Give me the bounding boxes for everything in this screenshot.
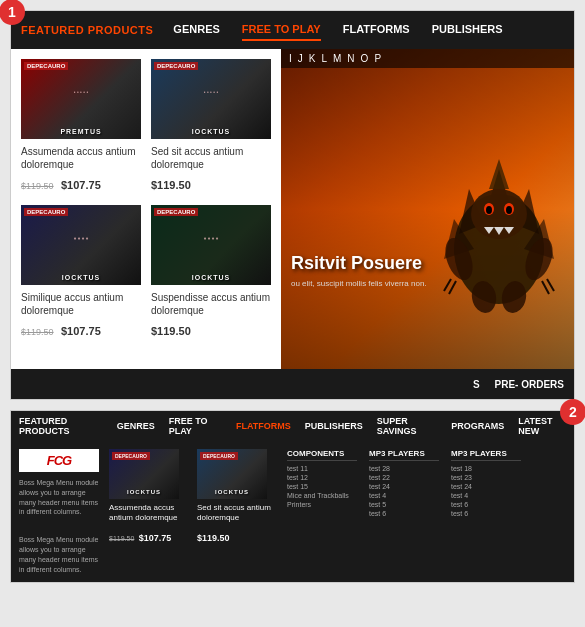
main-content: Depecauro PREMTUS • • • • • Assumenda ac… (11, 49, 574, 369)
product-img-1: Depecauro PREMTUS • • • • • (21, 59, 141, 139)
footer-product-2[interactable]: Depecauro IOCKTUS Sed sit accus antium d… (197, 449, 277, 574)
nav2-supersavings[interactable]: Super Savings (377, 416, 438, 436)
promo-title: Rsitvit Posuere (291, 253, 427, 274)
footer-price-old-1: $119.50 (109, 535, 134, 542)
svg-marker-6 (489, 159, 509, 189)
footer-price-new-2: $119.50 (197, 533, 230, 543)
alpha-m[interactable]: M (333, 53, 341, 64)
logo-box: FCG (19, 449, 99, 472)
product-card-4[interactable]: Depecauro IOCKTUS ♦ ♦ ♦ ♦ Suspendisse ac… (151, 205, 271, 339)
cover-sub-3: ♦ ♦ ♦ ♦ (21, 235, 141, 241)
link-item-m13[interactable]: test 4 (369, 492, 439, 499)
link-item-m10[interactable]: test 28 (369, 465, 439, 472)
promo-creature-art (429, 139, 569, 319)
product-name-3: Similique accus antium doloremque (21, 291, 141, 317)
link-col-title-mp3-1: MP3 Players (369, 449, 439, 461)
footer-prices-2: $119.50 (197, 527, 277, 545)
alpha-bar: I J K L M N O P (281, 49, 574, 68)
link-item-m14[interactable]: test 5 (369, 501, 439, 508)
nav-item-publishers[interactable]: Publishers (432, 19, 503, 41)
link-item-c4[interactable]: Printers (287, 501, 357, 508)
product-card-3[interactable]: Depecauro IOCKTUS ♦ ♦ ♦ ♦ Similique accu… (21, 205, 141, 339)
promo-desc: ou elit, suscipit mollis felis viverra n… (291, 278, 427, 289)
footer-prices-1: $119.50 $107.75 (109, 527, 189, 545)
nav2-featured[interactable]: Featured Products (19, 416, 103, 436)
product-card-1[interactable]: Depecauro PREMTUS • • • • • Assumenda ac… (21, 59, 141, 193)
price-old-1: $119.50 (21, 181, 54, 191)
img-overlay-2: Depecauro (154, 62, 198, 70)
price-new-2: $119.50 (151, 179, 191, 191)
link-col-components: Components test 11 test 12 test 15 Mice … (287, 449, 357, 574)
img-overlay-4: Depecauro (154, 208, 198, 216)
link-col-title-components: Components (287, 449, 357, 461)
link-item-m24[interactable]: test 6 (451, 501, 521, 508)
link-item-m15[interactable]: test 6 (369, 510, 439, 517)
img-overlay-3: Depecauro (24, 208, 68, 216)
alpha-l[interactable]: L (321, 53, 327, 64)
bottom-strip-s[interactable]: S (473, 379, 480, 390)
product-img-3: Depecauro IOCKTUS ♦ ♦ ♦ ♦ (21, 205, 141, 285)
nav2-publishers[interactable]: Publishers (305, 421, 363, 431)
price-old-3: $119.50 (21, 327, 54, 337)
nav2-freetoplay[interactable]: Free to Play (169, 416, 222, 436)
svg-line-18 (449, 281, 456, 294)
product-prices-2: $119.50 (151, 175, 271, 193)
link-item-m11[interactable]: test 22 (369, 474, 439, 481)
product-name-2: Sed sit accus antium doloremque (151, 145, 271, 171)
cover-title-4: IOCKTUS (151, 274, 271, 281)
svg-line-17 (444, 279, 451, 291)
nav-item-freetoplay[interactable]: Free to Play (242, 19, 321, 41)
img-overlay-1: Depecauro (24, 62, 68, 70)
screenshot-1: 1 Featured Products Genres Free to Play … (10, 10, 575, 400)
nav-item-flatforms[interactable]: Flatforms (343, 19, 410, 41)
badge-2: 2 (560, 399, 585, 425)
footer-product-1[interactable]: Depecauro IOCKTUS Assumenda accus antium… (109, 449, 189, 574)
product-prices-3: $119.50 $107.75 (21, 321, 141, 339)
footer-product-img-1: Depecauro IOCKTUS (109, 449, 179, 499)
footer-img-overlay-2: Depecauro (200, 452, 238, 460)
link-item-m21[interactable]: test 23 (451, 474, 521, 481)
product-grid: Depecauro PREMTUS • • • • • Assumenda ac… (11, 49, 281, 369)
nav2-flatforms[interactable]: Flatforms (236, 421, 291, 431)
svg-point-10 (486, 206, 492, 214)
link-item-c2[interactable]: test 15 (287, 483, 357, 490)
footer-cover-title-2: IOCKTUS (197, 489, 267, 495)
cover-sub-1: • • • • • (21, 89, 141, 95)
alpha-p[interactable]: P (374, 53, 381, 64)
nav2-genres[interactable]: Genres (117, 421, 155, 431)
link-item-m25[interactable]: test 6 (451, 510, 521, 517)
nav-logo: Featured Products (21, 24, 153, 36)
product-row-1: Depecauro PREMTUS • • • • • Assumenda ac… (21, 59, 271, 193)
promo-panel: I J K L M N O P (281, 49, 574, 369)
price-new-4: $119.50 (151, 325, 191, 337)
link-item-m22[interactable]: test 24 (451, 483, 521, 490)
link-item-c0[interactable]: test 11 (287, 465, 357, 472)
screenshot-2: 2 Featured Products Genres Free to Play … (10, 410, 575, 583)
alpha-n[interactable]: N (347, 53, 354, 64)
link-item-c1[interactable]: test 12 (287, 474, 357, 481)
footer-cover-title-1: IOCKTUS (109, 489, 179, 495)
link-item-c3[interactable]: Mice and Trackballs (287, 492, 357, 499)
product-img-4: Depecauro IOCKTUS ♦ ♦ ♦ ♦ (151, 205, 271, 285)
nav-bar-1: Featured Products Genres Free to Play Fl… (11, 11, 574, 49)
nav-bar-2: Featured Products Genres Free to Play Fl… (11, 411, 574, 441)
alpha-o[interactable]: O (361, 53, 369, 64)
alpha-i[interactable]: I (289, 53, 292, 64)
product-name-4: Suspendisse accus antium doloremque (151, 291, 271, 317)
product-prices-1: $119.50 $107.75 (21, 175, 141, 193)
product-card-2[interactable]: Depecauro IOCKTUS • • • • • Sed sit accu… (151, 59, 271, 193)
link-item-m12[interactable]: test 24 (369, 483, 439, 490)
alpha-k[interactable]: K (309, 53, 316, 64)
cover-sub-2: • • • • • (151, 89, 271, 95)
logo-text: FCG (47, 453, 71, 468)
link-item-m20[interactable]: test 18 (451, 465, 521, 472)
price-new-3: $107.75 (61, 325, 101, 337)
nav2-latestnew[interactable]: Latest New (518, 416, 566, 436)
link-col-title-mp3-2: MP3 Players (451, 449, 521, 461)
svg-line-20 (542, 281, 549, 294)
bottom-strip-preorders[interactable]: PRE- ORDERS (495, 379, 564, 390)
alpha-j[interactable]: J (298, 53, 303, 64)
link-item-m23[interactable]: test 4 (451, 492, 521, 499)
nav2-programs[interactable]: Programs (451, 421, 504, 431)
nav-item-genres[interactable]: Genres (173, 19, 219, 41)
